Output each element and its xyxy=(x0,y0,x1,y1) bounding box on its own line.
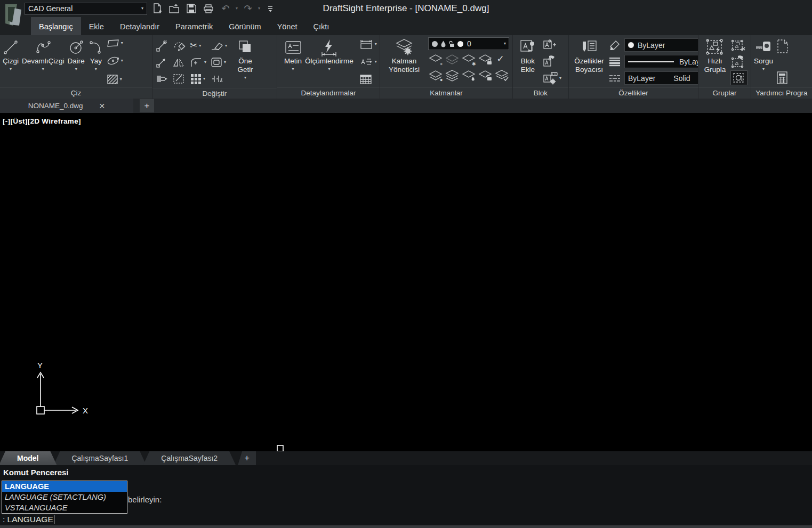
hatch-button[interactable]: ▾ xyxy=(106,74,124,85)
edit-block-button[interactable] xyxy=(542,54,562,68)
tab-detaylandir[interactable]: Detaylandır xyxy=(112,17,167,35)
offset-icon xyxy=(211,57,222,68)
layer-select[interactable]: 0 ▾ xyxy=(428,37,509,50)
layer-isolate-button[interactable] xyxy=(495,70,509,82)
drawing-area[interactable]: [-][Üst][2D Wireframe] Y X xyxy=(0,113,812,451)
rectangle-button[interactable]: ▾ xyxy=(106,38,124,48)
clean-screen-button[interactable] xyxy=(775,38,791,54)
ungroup-icon xyxy=(731,39,745,52)
pick-group-toggle[interactable] xyxy=(730,70,747,85)
tab-gorunum[interactable]: Görünüm xyxy=(221,17,269,35)
sheet-tab-bar: Model ÇalışmaSayfası1 ÇalışmaSayfası2 + xyxy=(0,451,812,465)
new-file-button[interactable] xyxy=(150,2,164,15)
pattern-button[interactable]: ▾ xyxy=(189,72,207,85)
draftsight-window: CAD General ▾ ↶ ▾ ↷ ▾ xyxy=(0,0,812,528)
sheet-tab-model[interactable]: Model xyxy=(0,451,57,465)
new-file-icon xyxy=(152,3,162,14)
chevron-down-icon: ▾ xyxy=(504,42,506,46)
scale-button[interactable] xyxy=(172,73,187,85)
inquiry-button[interactable]: Sorgu ▾ xyxy=(752,36,775,87)
redo-button[interactable]: ↷ xyxy=(241,2,255,15)
tab-yonet[interactable]: Yönet xyxy=(269,17,305,35)
layer-freeze-button[interactable] xyxy=(445,54,459,66)
line-button[interactable]: Çizgi ▾ xyxy=(1,36,20,87)
dimension-label: Ölçümlendirme xyxy=(305,57,353,66)
layer-show-all-button[interactable]: ● xyxy=(429,70,443,82)
insert-block-button[interactable]: Blok Ekle xyxy=(514,36,542,87)
new-document-button[interactable]: + xyxy=(140,99,154,112)
layer-thaw-button[interactable] xyxy=(462,70,476,82)
tab-parametrik[interactable]: Parametrik xyxy=(167,17,221,35)
tab-cikti[interactable]: Çıktı xyxy=(305,17,337,35)
layer-accept-button[interactable]: ✓ xyxy=(495,54,509,66)
print-button[interactable] xyxy=(202,2,215,15)
autocomplete-item[interactable]: LANGUAGE (SETACTLANG) xyxy=(2,492,127,502)
smart-dimension-button[interactable]: ▾ xyxy=(358,38,378,50)
layer-new-button[interactable]: ✱ xyxy=(462,54,476,66)
polyline-button[interactable]: DevamlıÇizgi ▾ xyxy=(20,36,66,87)
explode-button[interactable] xyxy=(155,73,170,85)
command-input-line[interactable]: : LANGUAGE xyxy=(3,515,54,524)
sheet-tab-1[interactable]: ÇalışmaSayfası1 xyxy=(53,451,146,465)
ungroup-button[interactable] xyxy=(730,38,747,52)
command-window-title: Komut Penceresi xyxy=(3,468,69,477)
tab-ekle[interactable]: Ekle xyxy=(81,17,112,35)
autocomplete-item-selected[interactable]: LANGUAGE xyxy=(2,481,127,492)
line-label: Çizgi xyxy=(3,57,19,66)
ribbon: Çizgi ▾ DevamlıÇizgi ▾ Daire ▾ Yay ▾ xyxy=(0,35,812,99)
ellipse-button[interactable]: ▾ xyxy=(106,55,124,67)
group-annotate: Metin ▾ Ölçümlendirme ▾ ▾ ▾ xyxy=(277,35,380,99)
mirror-button[interactable] xyxy=(172,56,187,68)
tab-baslangic[interactable]: Başlangıç xyxy=(31,17,81,35)
text-button[interactable]: Metin ▾ xyxy=(283,36,303,87)
sheet-tab-2[interactable]: ÇalışmaSayfası2 xyxy=(143,451,236,465)
table-button[interactable] xyxy=(358,74,378,85)
close-icon[interactable]: ✕ xyxy=(99,102,106,110)
quick-group-button[interactable]: Hızlı Grupla xyxy=(700,36,730,87)
layer-stack-button[interactable] xyxy=(445,70,459,82)
redo-chevron-icon[interactable]: ▾ xyxy=(258,6,260,11)
layer-lock-button[interactable] xyxy=(478,54,492,66)
rotate-button[interactable] xyxy=(172,39,187,52)
move-button[interactable] xyxy=(155,39,170,52)
group-label-groups: Gruplar xyxy=(698,87,751,99)
undo-chevron-icon[interactable]: ▾ xyxy=(236,6,238,11)
annotate-extra-column: ▾ ▾ xyxy=(358,36,378,87)
fillet-button[interactable]: ▾ xyxy=(189,56,207,68)
save-button[interactable] xyxy=(184,2,198,15)
erase-button[interactable]: ▾ xyxy=(210,40,228,51)
leader-button[interactable]: ▾ xyxy=(358,56,378,67)
offset-button[interactable]: ▾ xyxy=(210,56,228,68)
undo-button[interactable]: ↶ xyxy=(219,2,232,15)
edit-group-button[interactable] xyxy=(730,54,747,68)
lineweight-select[interactable]: ByLayer ▾ xyxy=(624,55,698,68)
linestyle-select[interactable]: ByLayer Solid ▾ xyxy=(624,71,698,85)
bring-to-front-button[interactable]: Öne Getir ▾ xyxy=(231,36,259,88)
property-painter-button[interactable]: Özellikler Boyacısı xyxy=(570,36,608,87)
customize-toolbar-button[interactable] xyxy=(263,2,277,15)
attribute-manager-button[interactable]: ▾ xyxy=(542,71,562,85)
circle-button[interactable]: Daire ▾ xyxy=(66,36,86,87)
dimension-button[interactable]: Ölçümlendirme ▾ xyxy=(303,36,355,87)
autocomplete-item[interactable]: VSTALANGUAGE xyxy=(2,502,127,513)
split-button[interactable] xyxy=(210,73,228,85)
trim-button[interactable]: ✂▾ xyxy=(189,39,207,52)
workspace-select[interactable]: CAD General ▾ xyxy=(25,3,147,15)
layer-unlock-button[interactable] xyxy=(478,70,492,82)
calculator-button[interactable] xyxy=(775,70,791,85)
viewport-controls[interactable]: [-][Üst][2D Wireframe] xyxy=(3,117,81,125)
pick-group-icon xyxy=(732,71,746,84)
make-block-button[interactable] xyxy=(542,38,562,51)
open-folder-icon xyxy=(169,4,180,14)
layer-manager-button[interactable]: Katman Yöneticisi xyxy=(381,36,427,87)
open-file-button[interactable] xyxy=(167,2,181,15)
copy-button[interactable] xyxy=(155,56,170,69)
layer-hide-button[interactable]: ● xyxy=(429,54,443,66)
arc-button[interactable]: Yay ▾ xyxy=(86,36,106,87)
document-tab[interactable]: NONAME_0.dwg ✕ xyxy=(0,99,133,113)
command-window[interactable]: Komut Penceresi belirleyin: LANGUAGE LAN… xyxy=(0,465,812,528)
chevron-down-icon: ▾ xyxy=(95,67,97,71)
group-label-utilities: Yardımcı Progra xyxy=(751,87,812,99)
add-sheet-button[interactable]: + xyxy=(238,451,256,465)
line-color-select[interactable]: ByLayer ▾ xyxy=(624,38,698,52)
